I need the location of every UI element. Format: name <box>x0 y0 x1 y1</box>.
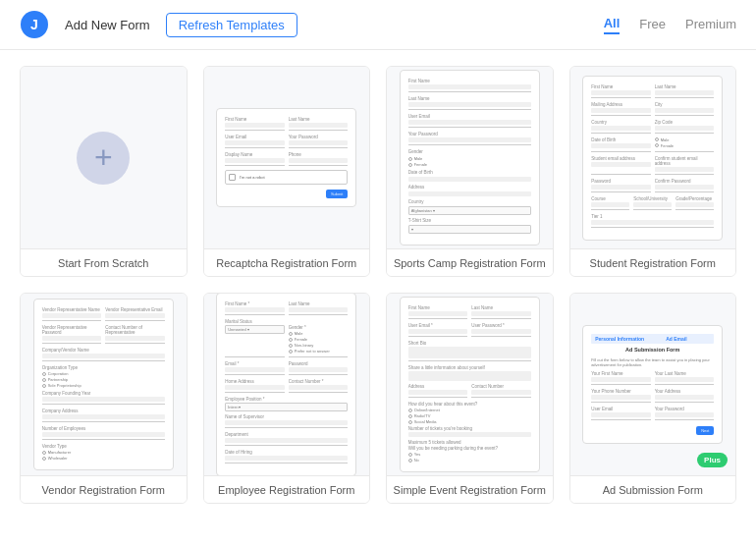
card-event-preview: First Name Last Name User Email * User P… <box>387 294 553 475</box>
filter-tabs: All Free Premium <box>604 16 736 34</box>
app-logo: J <box>20 10 49 39</box>
add-form-button[interactable]: Add New Form <box>65 18 150 32</box>
templates-grid: + Start From Scratch First Name Last Nam… <box>0 50 756 519</box>
card-ad-label: Ad Submission Form <box>570 475 736 503</box>
card-vendor-label: Vendor Registration Form <box>21 475 187 503</box>
card-recaptcha[interactable]: First Name Last Name User Email Your Pas… <box>203 66 371 277</box>
card-student-label: Student Registration Form <box>570 248 736 276</box>
card-ad-preview: Personal Information Ad Email Ad Submiss… <box>570 294 736 475</box>
add-icon: + <box>77 132 130 185</box>
card-ad[interactable]: Personal Information Ad Email Ad Submiss… <box>569 293 737 504</box>
card-event-label: Simple Event Registration Form <box>387 475 553 503</box>
card-employee[interactable]: First Name * Last Name Marital Status Un… <box>203 293 371 504</box>
svg-text:J: J <box>30 17 38 32</box>
card-scratch-label: Start From Scratch <box>21 248 187 276</box>
card-sports-label: Sports Camp Registration Form <box>387 248 553 276</box>
card-vendor[interactable]: Vendor Representative Name Vendor Repres… <box>20 293 188 504</box>
tab-free[interactable]: Free <box>639 17 666 33</box>
card-employee-label: Employee Registration Form <box>204 475 370 503</box>
plus-badge: Plus <box>697 453 728 467</box>
card-sports-preview: First Name Last Name User Email <box>387 67 553 248</box>
tab-premium[interactable]: Premium <box>685 17 736 33</box>
card-recaptcha-label: Recaptcha Registration Form <box>204 248 370 276</box>
card-scratch-preview: + <box>21 67 187 248</box>
card-scratch[interactable]: + Start From Scratch <box>20 66 188 277</box>
card-vendor-preview: Vendor Representative Name Vendor Repres… <box>21 294 187 475</box>
card-sports[interactable]: First Name Last Name User Email <box>386 66 554 277</box>
card-event[interactable]: First Name Last Name User Email * User P… <box>386 293 554 504</box>
card-recaptcha-preview: First Name Last Name User Email Your Pas… <box>204 67 370 248</box>
card-employee-preview: First Name * Last Name Marital Status Un… <box>204 294 370 475</box>
refresh-templates-button[interactable]: Refresh Templates <box>166 13 297 37</box>
card-student-preview: First Name Last Name Mailing Address Cit… <box>570 67 736 248</box>
tab-all[interactable]: All <box>604 16 621 34</box>
card-student[interactable]: First Name Last Name Mailing Address Cit… <box>569 66 737 277</box>
header: J Add New Form Refresh Templates All Fre… <box>0 0 756 50</box>
